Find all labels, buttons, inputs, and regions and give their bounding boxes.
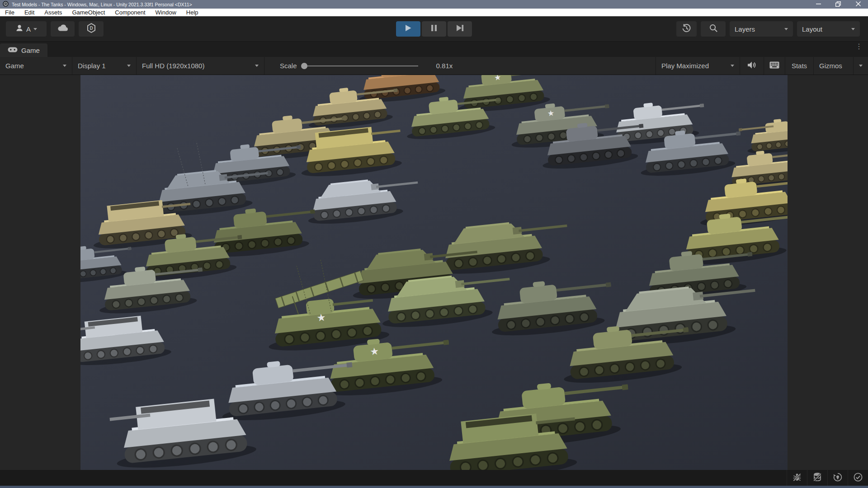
chevron-down-icon bbox=[851, 28, 855, 30]
game-viewport: ★★★★ bbox=[0, 75, 868, 470]
menu-window[interactable]: Window bbox=[151, 9, 181, 16]
chevron-down-icon bbox=[784, 28, 788, 30]
chevron-down-icon bbox=[859, 65, 863, 67]
history-icon bbox=[682, 23, 691, 35]
cache-server-status-button[interactable] bbox=[807, 470, 827, 486]
keyboard-icon bbox=[769, 61, 779, 70]
window-titlebar: Test Models - The Tanks - Windows, Mac, … bbox=[0, 0, 868, 9]
step-button[interactable] bbox=[448, 21, 472, 37]
game-target-dropdown[interactable]: Game bbox=[0, 57, 72, 75]
account-button[interactable]: A bbox=[6, 21, 47, 37]
tank-scene: ★★★★ bbox=[80, 75, 788, 470]
kebab-icon: ⋮ bbox=[855, 42, 863, 50]
resolution-label: Full HD (868x488) bbox=[142, 62, 204, 70]
person-icon bbox=[15, 24, 24, 34]
chevron-down-icon bbox=[731, 65, 734, 67]
lighting-status-button[interactable] bbox=[827, 470, 848, 486]
svg-text:★: ★ bbox=[547, 108, 555, 118]
svg-text:D: D bbox=[90, 26, 93, 31]
chevron-down-icon bbox=[127, 65, 131, 67]
play-maximized-dropdown[interactable]: Play Maximized bbox=[656, 57, 740, 75]
stats-label: Stats bbox=[792, 62, 807, 70]
play-button[interactable] bbox=[396, 21, 420, 37]
play-maximized-label: Play Maximized bbox=[661, 62, 709, 70]
menu-file[interactable]: File bbox=[0, 9, 19, 16]
svg-text:★: ★ bbox=[369, 345, 379, 357]
minimize-button[interactable] bbox=[808, 0, 828, 9]
restore-button[interactable] bbox=[828, 0, 848, 9]
keyboard-button[interactable] bbox=[764, 57, 785, 75]
undo-history-button[interactable] bbox=[676, 21, 697, 37]
search-icon bbox=[709, 23, 718, 34]
svg-text:★: ★ bbox=[494, 75, 501, 82]
menu-bar: File Edit Assets GameObject Component Wi… bbox=[0, 9, 868, 16]
unity-logo-icon bbox=[3, 1, 9, 8]
scale-slider-thumb[interactable] bbox=[301, 63, 307, 69]
close-icon bbox=[856, 1, 861, 7]
close-button[interactable] bbox=[848, 0, 868, 9]
search-button[interactable] bbox=[701, 21, 726, 37]
mute-audio-button[interactable] bbox=[740, 57, 764, 75]
hexagon-d-icon: D bbox=[87, 23, 96, 35]
database-slash-icon bbox=[812, 472, 822, 484]
menu-assets[interactable]: Assets bbox=[39, 9, 67, 16]
background-tasks-button[interactable] bbox=[848, 470, 868, 486]
gizmos-caret-button[interactable] bbox=[853, 57, 868, 75]
step-forward-icon bbox=[456, 24, 464, 33]
panel-menu-button[interactable]: ⋮ bbox=[855, 44, 863, 49]
layout-dropdown[interactable]: Layout bbox=[797, 21, 860, 37]
tab-strip: Game ⋮ bbox=[0, 42, 868, 57]
version-control-button[interactable]: D bbox=[79, 21, 104, 37]
gamepad-icon bbox=[8, 47, 18, 54]
tab-game-label: Game bbox=[21, 47, 40, 54]
display-label: Display 1 bbox=[78, 62, 106, 70]
debugger-status-button[interactable] bbox=[787, 470, 807, 486]
bug-slash-icon bbox=[792, 472, 802, 484]
pause-button[interactable] bbox=[422, 21, 446, 37]
check-circle-icon bbox=[853, 472, 863, 484]
scale-value: 0.81x bbox=[436, 62, 453, 70]
display-dropdown[interactable]: Display 1 bbox=[72, 57, 137, 75]
gizmos-dropdown[interactable]: Gizmos bbox=[814, 57, 868, 75]
chevron-down-icon bbox=[255, 65, 259, 67]
chevron-down-icon bbox=[63, 65, 66, 67]
minimize-icon bbox=[816, 1, 821, 7]
pause-icon bbox=[431, 24, 437, 33]
editor-toolbar: A D bbox=[0, 16, 868, 42]
layout-label: Layout bbox=[802, 25, 822, 33]
scale-slider[interactable] bbox=[304, 66, 418, 66]
cloud-icon bbox=[57, 24, 69, 34]
cloud-button[interactable] bbox=[51, 21, 75, 37]
resolution-dropdown[interactable]: Full HD (868x488) bbox=[137, 57, 264, 75]
game-target-label: Game bbox=[5, 62, 24, 70]
game-render: ★★★★ bbox=[80, 75, 788, 470]
game-panel: Game ⋮ Game Display 1 Full HD (868x488… bbox=[0, 42, 868, 488]
menu-gameobject[interactable]: GameObject bbox=[67, 9, 110, 16]
menu-edit[interactable]: Edit bbox=[19, 9, 39, 16]
scale-label: Scale bbox=[280, 62, 297, 70]
layers-label: Layers bbox=[735, 25, 755, 33]
status-bar bbox=[0, 470, 868, 486]
layers-dropdown[interactable]: Layers bbox=[730, 21, 793, 37]
gizmos-label: Gizmos bbox=[814, 62, 848, 70]
account-initial: A bbox=[26, 25, 31, 33]
tab-game[interactable]: Game bbox=[0, 43, 47, 57]
svg-text:★: ★ bbox=[316, 311, 326, 324]
menu-component[interactable]: Component bbox=[110, 9, 150, 16]
game-view-toolbar: Game Display 1 Full HD (868x488) Scale… bbox=[0, 57, 868, 75]
restore-icon bbox=[835, 1, 841, 8]
scale-control: Scale 0.81x bbox=[264, 57, 656, 75]
window-resize-strip bbox=[0, 486, 868, 488]
play-icon bbox=[405, 24, 412, 33]
lighting-refresh-icon bbox=[833, 472, 843, 484]
speaker-icon bbox=[747, 61, 757, 70]
stats-button[interactable]: Stats bbox=[785, 57, 814, 75]
chevron-down-icon bbox=[33, 28, 37, 30]
menu-help[interactable]: Help bbox=[181, 9, 203, 16]
window-title: Test Models - The Tanks - Windows, Mac, … bbox=[12, 2, 192, 7]
